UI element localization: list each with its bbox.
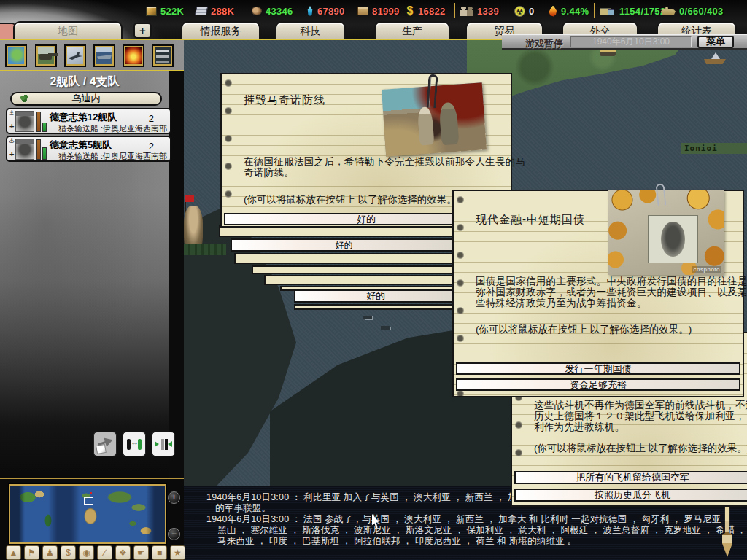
metal-icon <box>195 7 209 15</box>
event-body: 在德国征服法国之后，希特勒下令完全摧毁以前那令人生畏的马 奇诺防线。 <box>244 156 505 178</box>
gold-divider <box>0 70 184 71</box>
transfer-units-button[interactable]: ↔ <box>123 432 146 456</box>
admiral-portrait <box>15 139 34 160</box>
fleet-name: 德意志第5舰队 <box>50 139 112 152</box>
transports-value: 1154/1752 <box>619 6 665 17</box>
event-hint: (你可以将鼠标放在按钮上 以了解你选择的效果。) <box>244 193 460 206</box>
selection-title: 2舰队 / 4支队 <box>0 74 169 90</box>
photo-watermark: chsphoto <box>692 266 721 273</box>
event-choice-button[interactable]: 按照历史瓜分飞机 <box>514 489 747 502</box>
event-choice-button[interactable]: 资金足够充裕 <box>456 378 740 391</box>
event-body-line: 在德国征服法国之后，希特勒下令完全摧毁以前那令人生畏的马 <box>244 156 505 167</box>
unit-flag <box>185 195 194 202</box>
ship-hull <box>704 59 726 64</box>
province-button[interactable]: 乌迪内 <box>10 92 162 106</box>
oil-drop-icon <box>306 6 314 16</box>
tab-technology[interactable]: 科技 <box>275 21 346 40</box>
oil-value: 67890 <box>317 6 345 17</box>
mapmode-economy-button[interactable]: $ <box>61 545 76 560</box>
resource-manpower: 1339 <box>460 5 499 17</box>
game-screen: Ionioi 1940年6月10日3:00 ： 利比里亚 加入了与英国 ， 澳大… <box>0 0 747 560</box>
tab-map[interactable]: 地图 <box>13 21 123 40</box>
nuclear-button[interactable] <box>123 44 144 67</box>
resource-money: $ 16822 <box>406 5 446 17</box>
date-field[interactable]: 1940年6月10日3:00 <box>570 36 692 47</box>
anchor-icon: ⚓ <box>9 109 15 117</box>
supply-crate-icon <box>357 7 368 15</box>
event-body-line: 弥补国家财政赤字，或者为一些耗资巨大的建设项目、以及某 <box>476 287 737 298</box>
supplies-value: 81999 <box>372 6 400 17</box>
event-dialog-bonds: 现代金融-中短期国债 chsphoto 国债是国家信用的主要形式。中央政府发行国… <box>452 190 744 397</box>
event-title: 摧毁马奇诺防线 <box>244 93 325 107</box>
expand-plus-icon: + <box>9 149 14 158</box>
sea-zone-label: Ionioi <box>681 143 747 154</box>
naval-forces-button[interactable] <box>93 44 115 67</box>
zoom-in-button[interactable]: + <box>168 491 180 504</box>
land-forces-button[interactable] <box>35 44 57 67</box>
ship-sprite <box>704 52 726 64</box>
resource-nuclear: ☢ 0 <box>514 5 535 17</box>
units-overview-button[interactable] <box>152 44 174 67</box>
event-choice-button[interactable]: 把所有的飞机留给德国空军 <box>514 471 747 484</box>
event-hint: (你可以将鼠标放在按钮上 以了解你选择的效果。) <box>476 323 692 336</box>
fleet-entry[interactable]: ⚓ + 德意志第5舰队 2 猎杀输送船 :伊奥尼亚海西南部 <box>6 136 171 162</box>
stacked-event-ok-button[interactable]: 好的 <box>231 238 457 252</box>
resource-supplies: 81999 <box>357 5 400 17</box>
mapmode-units-button[interactable]: ♟ <box>42 545 58 560</box>
minimap[interactable] <box>9 484 166 544</box>
mapmode-victory-button[interactable]: ★ <box>170 545 185 560</box>
admiral-portrait <box>15 111 34 132</box>
mapmode-infrastructure-button[interactable]: ■ <box>152 545 167 560</box>
air-forces-button[interactable] <box>64 44 86 67</box>
event-body-line: 奇诺防线。 <box>244 167 505 178</box>
time-bar: 游戏暂停 1940年6月10日3:00 菜单 <box>502 34 747 50</box>
center-view-button[interactable]: + <box>133 23 152 39</box>
portrait-face <box>661 222 684 257</box>
tab-production[interactable]: 生产 <box>374 21 450 40</box>
organization-bar <box>42 122 47 132</box>
rare-materials-icon <box>252 7 262 15</box>
ship-sail <box>711 52 720 59</box>
merge-units-button[interactable] <box>152 432 175 456</box>
money-icon: $ <box>406 6 414 16</box>
event-hint: (你可以将鼠标放在按钮上 以了解你选择的效果。) <box>534 442 747 455</box>
mapmode-terrain-button[interactable]: ▲ <box>6 545 21 560</box>
mapmode-weather-button[interactable]: ∕ <box>97 545 112 560</box>
event-body: 这些战斗机不再作为德国空军的前线战斗机，不过依然 历史上德国将１２０架此型飞机送… <box>534 400 747 432</box>
gold-divider <box>0 39 502 40</box>
minimap-viewport-rect <box>84 497 93 505</box>
panel-edge-shadow <box>169 70 184 478</box>
separator <box>594 3 595 18</box>
event-body-line: 历史上德国将１２０架此型飞机送给保加利亚，６０架送给 <box>534 411 747 421</box>
resource-rare-materials: 43346 <box>252 5 293 17</box>
fleet-count: 2 <box>149 141 154 152</box>
resource-energy: 522K <box>146 5 184 17</box>
mapmode-resources-button[interactable]: ◉ <box>79 545 94 560</box>
dissent-value: 9.44% <box>561 6 589 17</box>
fleet-name: 德意志第12舰队 <box>50 111 117 124</box>
mapmode-political-button[interactable]: ⚑ <box>24 545 39 560</box>
strength-bar <box>36 139 41 160</box>
fleet-mission: 猎杀输送船 :伊奥尼亚海西南部 <box>58 123 169 134</box>
overview-map-button[interactable] <box>5 44 27 67</box>
menu-button[interactable]: 菜单 <box>697 36 734 48</box>
dollar-bill <box>648 215 699 263</box>
organization-bar <box>42 147 47 160</box>
manpower-icon <box>460 6 473 16</box>
fleet-count: 2 <box>149 113 154 124</box>
stacked-event-ok-button[interactable]: 好的 <box>294 289 457 303</box>
fleet-entry[interactable]: ⚓ + 德意志第12舰队 2 猎杀输送船 :伊奥尼亚海西南部 <box>6 108 171 134</box>
reorganize-button[interactable] <box>93 432 117 456</box>
energy-icon <box>146 7 157 16</box>
tab-intelligence[interactable]: 情报服务 <box>181 21 260 40</box>
zoom-out-button[interactable]: − <box>168 528 180 540</box>
flame-icon <box>549 6 557 17</box>
stacked-event-edge <box>294 304 457 310</box>
rare-materials-value: 43346 <box>266 6 293 17</box>
stacked-event-edge <box>234 253 457 264</box>
event-choice-button[interactable]: 发行一年期国债 <box>456 362 740 375</box>
radiation-icon: ☢ <box>514 6 525 17</box>
fleet-mission: 猎杀输送船 :伊奥尼亚海西南部 <box>58 151 169 162</box>
mapmode-partisan-button[interactable]: ☛ <box>133 545 149 560</box>
mapmode-supply-button[interactable]: ❖ <box>115 545 131 560</box>
